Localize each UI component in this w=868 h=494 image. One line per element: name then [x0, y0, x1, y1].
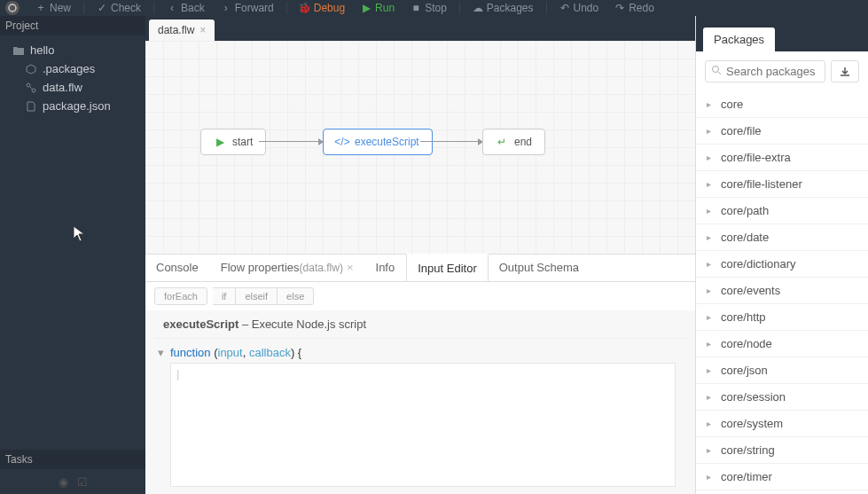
package-item[interactable]: ▸core/events: [696, 278, 868, 304]
node-start[interactable]: ▶ start: [200, 129, 266, 155]
tab-packages[interactable]: Packages: [703, 27, 775, 51]
label: core/events: [721, 284, 780, 297]
tab-input-editor[interactable]: Input Editor: [406, 254, 489, 281]
undo-icon: ↶: [559, 3, 570, 13]
file-icon: [25, 100, 37, 113]
package-item[interactable]: ▸core/file-listener: [696, 171, 868, 198]
node-executescript[interactable]: </> executeScript: [323, 129, 433, 155]
search-box[interactable]: [705, 60, 825, 82]
chevron-right-icon: ▸: [707, 153, 714, 162]
label: core/file-extra: [721, 151, 791, 164]
label: Input Editor: [418, 262, 477, 275]
package-item[interactable]: ▸core/http: [696, 304, 868, 331]
if-button[interactable]: if: [213, 287, 237, 305]
return-icon: ↵: [496, 136, 508, 148]
check-icon: ☑: [77, 475, 88, 489]
package-item[interactable]: ▸core/system: [696, 411, 868, 437]
file-tree: hello .packages data.flw package.json: [0, 35, 145, 121]
tree-item-packages[interactable]: .packages: [0, 59, 145, 78]
forward-button[interactable]: ›Forward: [214, 0, 281, 16]
run-button[interactable]: ▶Run: [354, 0, 402, 16]
editor-tab-data-flw[interactable]: data.flw ×: [149, 20, 215, 41]
arrow: [420, 141, 479, 142]
tab-output-schema[interactable]: Output Schema: [489, 255, 590, 281]
package-item[interactable]: ▸core/date: [696, 224, 868, 251]
package-item[interactable]: ▸core: [696, 91, 868, 118]
check-icon: ✓: [97, 3, 107, 13]
chevron-right-icon: ▸: [707, 445, 714, 455]
new-button[interactable]: +New: [28, 0, 78, 16]
svg-point-0: [9, 4, 16, 12]
separator: [459, 2, 460, 14]
debug-button[interactable]: 🐞Debug: [293, 0, 352, 16]
label: core/dictionary: [721, 257, 796, 271]
package-item[interactable]: ▸core/json: [696, 357, 868, 384]
close-icon[interactable]: ×: [347, 261, 354, 274]
chevron-right-icon: ▸: [707, 286, 714, 295]
main-area: Project hello .packages data.flw package…: [0, 16, 868, 494]
code-lines: function (input, callback) { |: [170, 346, 686, 487]
script-body-input[interactable]: |: [170, 363, 676, 487]
download-button[interactable]: [831, 60, 859, 82]
tab-flow-properties[interactable]: Flow properties(data.flw)×: [210, 255, 365, 281]
tab-info[interactable]: Info: [365, 255, 407, 281]
label: executeScript: [355, 136, 419, 148]
tree-item-package-json[interactable]: package.json: [0, 97, 145, 115]
gauge-icon: ◉: [59, 475, 68, 489]
label: Undo: [574, 2, 599, 14]
redo-button[interactable]: ↷Redo: [607, 0, 661, 16]
cloud-icon: ☁: [473, 3, 483, 13]
fold-toggle[interactable]: ▾: [154, 346, 170, 487]
package-item[interactable]: ▸core/string: [696, 437, 868, 464]
node-end[interactable]: ↵ end: [482, 129, 545, 155]
package-item[interactable]: ▸core/node: [696, 331, 868, 357]
label: core/file-listener: [721, 177, 802, 191]
foreach-button[interactable]: forEach: [154, 287, 207, 305]
flow-canvas[interactable]: ▶ start </> executeScript ↵ end: [145, 41, 695, 254]
package-item[interactable]: ▸core/path: [696, 198, 868, 224]
stop-button[interactable]: ■Stop: [403, 0, 454, 16]
tab-console[interactable]: Console: [145, 255, 210, 281]
label: core/path: [721, 204, 769, 217]
tree-item-data-flw[interactable]: data.flw: [0, 78, 145, 97]
label: Check: [111, 2, 141, 14]
play-icon: ▶: [361, 3, 371, 13]
label: data.flw: [43, 81, 82, 94]
undo-button[interactable]: ↶Undo: [552, 0, 606, 16]
packages-button[interactable]: ☁Packages: [465, 0, 541, 16]
code-area: ▾ function (input, callback) { |: [145, 339, 695, 494]
package-item[interactable]: ▸core/session: [696, 384, 868, 411]
label: Console: [156, 261, 199, 274]
editor-area: data.flw × ▶ start </> executeScript ↵ e…: [145, 16, 695, 494]
label: core/date: [721, 231, 769, 244]
package-item[interactable]: ▸core/webservice: [696, 490, 868, 494]
check-button[interactable]: ✓Check: [90, 0, 148, 16]
script-desc: – Execute Node.js script: [239, 318, 366, 331]
package-item[interactable]: ▸core/file-extra: [696, 145, 868, 171]
back-button[interactable]: ‹Back: [160, 0, 212, 16]
label: core/session: [721, 390, 786, 404]
label: Packages: [487, 2, 534, 14]
package-item[interactable]: ▸core/file: [696, 118, 868, 145]
label: Info: [376, 261, 395, 274]
script-name: executeScript: [163, 318, 239, 331]
chevron-right-icon: ›: [221, 3, 231, 13]
script-header: executeScript – Execute Node.js script: [154, 310, 686, 339]
close-icon[interactable]: ×: [199, 24, 206, 36]
label: core: [721, 98, 743, 111]
tree-folder-hello[interactable]: hello: [0, 41, 145, 59]
label: Output Schema: [499, 261, 579, 274]
chevron-right-icon: ▸: [707, 179, 714, 189]
package-item[interactable]: ▸core/dictionary: [696, 251, 868, 278]
code-icon: </>: [336, 136, 348, 148]
svg-point-1: [27, 83, 30, 87]
bottom-tabs: Console Flow properties(data.flw)× Info …: [145, 254, 695, 282]
separator: [153, 2, 154, 14]
package-item[interactable]: ▸core/timer: [696, 464, 868, 490]
search-input[interactable]: [726, 65, 819, 78]
svg-point-2: [32, 89, 35, 92]
elseif-button[interactable]: elseif: [236, 287, 278, 305]
label: Redo: [629, 2, 654, 14]
else-button[interactable]: else: [278, 287, 314, 305]
tasks-body: ◉ ☑: [0, 469, 145, 494]
